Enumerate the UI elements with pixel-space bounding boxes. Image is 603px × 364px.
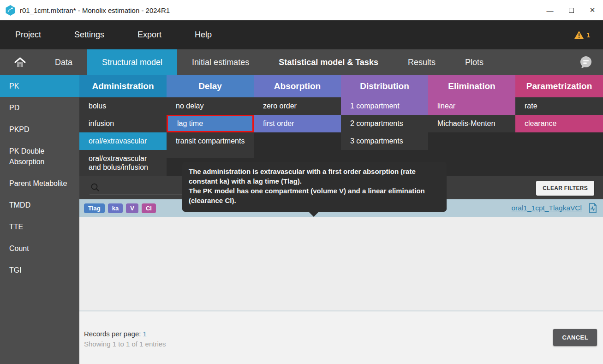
option-2-compartments[interactable]: 2 compartments — [341, 115, 428, 132]
menu-bar: Project Settings Export Help 1 — [0, 20, 603, 49]
option-no-delay[interactable]: no delay — [167, 97, 254, 115]
sidebar-item-pd[interactable]: PD — [0, 97, 79, 119]
parameter-badge-v: V — [126, 203, 138, 213]
tab-plots[interactable]: Plots — [450, 49, 498, 75]
sidebar-item-parent-metabolite[interactable]: Parent Metabolite — [0, 173, 79, 194]
close-button[interactable]: ✕ — [582, 0, 603, 20]
option-infusion[interactable]: infusion — [79, 115, 167, 132]
tab-results[interactable]: Results — [393, 49, 450, 75]
column-header-elimination: Elimination — [428, 75, 515, 97]
sidebar-item-tmdd[interactable]: TMDD — [0, 194, 79, 216]
menu-help[interactable]: Help — [190, 30, 216, 40]
showing-entries-text: Showing 1 to 1 of 1 entries — [84, 340, 166, 348]
option-bolus[interactable]: bolus — [79, 97, 167, 115]
home-icon — [14, 57, 26, 68]
option-clearance[interactable]: clearance — [515, 115, 603, 132]
records-per-page: Records per page: 1 — [84, 330, 147, 338]
tab-statistical-model-tasks[interactable]: Statistical model & Tasks — [264, 49, 393, 75]
tab-structural-model[interactable]: Structural model — [87, 49, 177, 75]
maximize-icon — [569, 8, 574, 13]
sidebar-item-pk-double-absorption[interactable]: PK Double Absorption — [0, 140, 79, 173]
tooltip-line-2: The PK model has one compartment (volume… — [189, 186, 439, 205]
option-oral-extravascular[interactable]: oral/extravascular — [79, 132, 167, 150]
results-empty-area — [79, 217, 603, 310]
option-michaelis-menten[interactable]: Michaelis-Menten — [428, 115, 515, 132]
model-selection-grid: Administration bolus infusion oral/extra… — [79, 75, 603, 176]
option-lag-time[interactable]: lag time — [167, 115, 254, 132]
clear-filters-button[interactable]: CLEAR FILTERS — [536, 181, 594, 196]
column-header-delay: Delay — [167, 75, 254, 97]
tab-initial-estimates[interactable]: Initial estimates — [177, 49, 264, 75]
structural-model-panel: Administration bolus infusion oral/extra… — [79, 75, 603, 364]
monolix-window: r01_1cmt.mlxtran* - Monolix estimation -… — [0, 0, 603, 364]
option-transit-compartments[interactable]: transit compartments — [167, 132, 254, 158]
cancel-button[interactable]: CANCEL — [553, 329, 597, 346]
window-title: r01_1cmt.mlxtran* - Monolix estimation -… — [20, 6, 170, 14]
column-header-administration: Administration — [79, 75, 167, 97]
monolix-app-icon — [5, 5, 16, 16]
column-elimination: Elimination linear Michaelis-Menten — [428, 75, 515, 176]
column-distribution: Distribution 1 compartment 2 compartment… — [341, 75, 428, 176]
column-header-absorption: Absorption — [254, 75, 341, 97]
option-zero-order[interactable]: zero order — [254, 97, 341, 115]
menu-project[interactable]: Project — [11, 30, 46, 40]
load-model-icon[interactable] — [588, 203, 597, 213]
parameter-badge-tlag: Tlag — [84, 203, 105, 213]
menu-settings[interactable]: Settings — [70, 30, 109, 40]
records-per-page-value[interactable]: 1 — [143, 330, 147, 338]
search-icon — [90, 183, 100, 192]
model-description-tooltip: The administration is extravascular with… — [182, 162, 447, 212]
option-1-compartment[interactable]: 1 compartment — [341, 97, 428, 115]
tooltip-line-1: The administration is extravascular with… — [189, 167, 439, 186]
option-3-compartments[interactable]: 3 compartments — [341, 132, 428, 150]
model-file-link[interactable]: oral1_1cpt_TlagkaVCl — [511, 204, 582, 212]
sidebar-item-tte[interactable]: TTE — [0, 216, 79, 238]
column-delay: Delay no delay lag time transit compartm… — [167, 75, 254, 176]
parameter-badge-cl: Cl — [142, 203, 156, 213]
sidebar-item-tgi[interactable]: TGI — [0, 259, 79, 281]
tab-home[interactable] — [0, 49, 40, 75]
column-header-distribution: Distribution — [341, 75, 428, 97]
maximize-button[interactable] — [561, 0, 582, 20]
warning-indicator[interactable]: 1 — [574, 30, 590, 39]
column-header-parametrization: Parametrization — [515, 75, 603, 97]
option-linear[interactable]: linear — [428, 97, 515, 115]
tooltip-caret — [308, 211, 319, 217]
column-parametrization: Parametrization rate clearance — [515, 75, 603, 176]
sidebar-item-pk[interactable]: PK — [0, 75, 79, 97]
feedback-button[interactable] — [579, 49, 593, 75]
sidebar-item-pkpd[interactable]: PKPD — [0, 119, 79, 140]
model-library-sidebar: PK PD PKPD PK Double Absorption Parent M… — [0, 75, 79, 364]
warning-icon — [574, 30, 584, 39]
column-administration: Administration bolus infusion oral/extra… — [79, 75, 167, 176]
main-tab-bar: Data Structural model Initial estimates … — [0, 49, 603, 75]
option-rate[interactable]: rate — [515, 97, 603, 115]
option-oral-extravascular-and-bolus-infusion[interactable]: oral/extravascular and bolus/infusion — [79, 150, 167, 176]
warning-count: 1 — [586, 31, 590, 39]
sidebar-item-count[interactable]: Count — [0, 238, 79, 259]
chat-bubble-icon — [579, 55, 593, 69]
footer-bar: Records per page: 1 Showing 1 to 1 of 1 … — [79, 310, 603, 364]
tab-data[interactable]: Data — [40, 49, 87, 75]
option-first-order[interactable]: first order — [254, 115, 341, 132]
title-bar: r01_1cmt.mlxtran* - Monolix estimation -… — [0, 0, 603, 20]
menu-export[interactable]: Export — [133, 30, 166, 40]
minimize-button[interactable]: — — [539, 0, 561, 20]
column-absorption: Absorption zero order first order — [254, 75, 341, 176]
parameter-badge-ka: ka — [108, 203, 123, 213]
